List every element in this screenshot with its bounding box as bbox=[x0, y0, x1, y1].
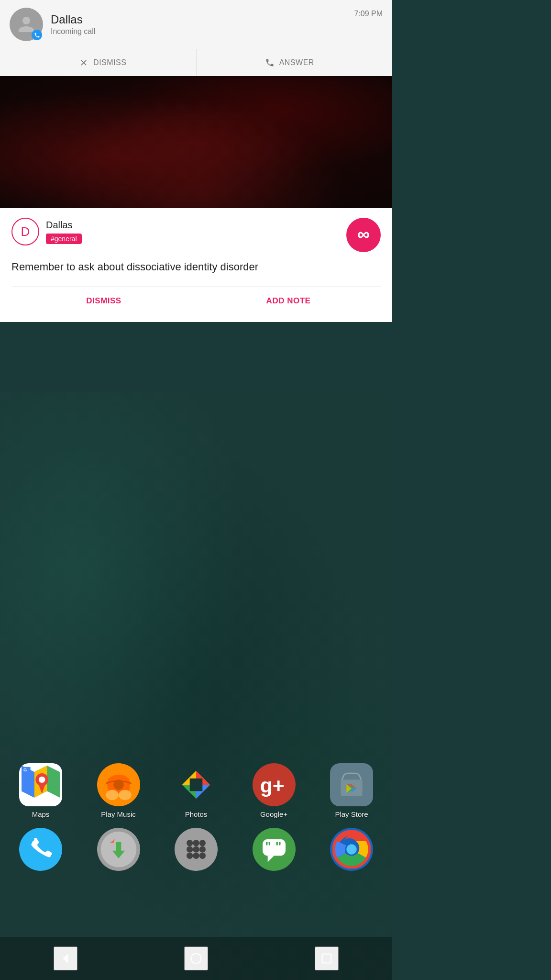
svg-text:": " bbox=[275, 839, 281, 854]
dismiss-call-button[interactable]: DISMISS bbox=[10, 49, 196, 76]
svg-point-27 bbox=[187, 846, 193, 852]
infinity-button[interactable] bbox=[346, 218, 381, 252]
maps-svg-icon: G bbox=[22, 766, 60, 804]
svg-point-29 bbox=[199, 846, 206, 852]
answer-call-label: ANSWER bbox=[279, 58, 314, 67]
infinity-icon bbox=[354, 226, 373, 244]
back-icon bbox=[59, 952, 72, 965]
svg-point-28 bbox=[193, 846, 199, 852]
phone-app[interactable] bbox=[10, 828, 72, 875]
svg-point-32 bbox=[199, 853, 206, 859]
svg-point-11 bbox=[113, 780, 123, 790]
app-row-1: G Maps Play Music bbox=[10, 763, 383, 818]
hangouts-app[interactable]: " " bbox=[243, 828, 305, 875]
play-store-app[interactable]: Play Store bbox=[320, 763, 383, 818]
play-store-svg bbox=[332, 766, 371, 804]
svg-text:": " bbox=[265, 839, 271, 854]
app-drawer-button[interactable] bbox=[165, 828, 227, 875]
svg-text:G: G bbox=[23, 768, 27, 772]
svg-rect-44 bbox=[322, 954, 331, 963]
chrome-icon bbox=[330, 828, 373, 871]
hangouts-icon: " " bbox=[253, 828, 296, 871]
play-music-label: Play Music bbox=[101, 810, 136, 818]
incoming-call-notification: Dallas Incoming call 7:09 PM DISMISS ANS… bbox=[0, 0, 392, 76]
google-plus-app[interactable]: g+ Google+ bbox=[243, 763, 305, 818]
svg-point-26 bbox=[199, 840, 206, 846]
play-music-svg bbox=[99, 766, 138, 804]
caller-name: Dallas bbox=[51, 13, 346, 26]
svg-point-41 bbox=[346, 844, 356, 854]
reminder-sender-section: D Dallas #general bbox=[11, 218, 82, 245]
call-actions: DISMISS ANSWER bbox=[10, 49, 383, 76]
svg-point-10 bbox=[119, 790, 132, 800]
phone-svg bbox=[22, 830, 60, 869]
reminder-avatar: D bbox=[11, 218, 39, 245]
play-music-app[interactable]: Play Music bbox=[88, 763, 150, 818]
photos-label: Photos bbox=[185, 810, 208, 818]
migrate-icon bbox=[97, 828, 140, 871]
phone-badge bbox=[32, 30, 42, 40]
chrome-svg bbox=[332, 830, 371, 869]
caller-info: Dallas Incoming call bbox=[51, 13, 346, 36]
app-grid: G Maps Play Music bbox=[0, 763, 392, 884]
answer-call-button[interactable]: ANSWER bbox=[196, 49, 383, 76]
play-music-icon bbox=[97, 763, 140, 806]
hangouts-svg: " " bbox=[255, 830, 293, 869]
photos-svg bbox=[177, 766, 215, 804]
home-button[interactable] bbox=[184, 947, 208, 970]
photos-app[interactable]: Photos bbox=[165, 763, 227, 818]
recents-button[interactable] bbox=[315, 947, 339, 970]
migrate-app[interactable] bbox=[88, 828, 150, 875]
reminder-sender-info: Dallas #general bbox=[46, 220, 82, 244]
maps-label: Maps bbox=[32, 810, 50, 818]
svg-point-25 bbox=[193, 840, 199, 846]
dismiss-x-icon bbox=[79, 58, 88, 67]
wallpaper-background bbox=[0, 74, 392, 208]
answer-phone-icon bbox=[265, 58, 275, 67]
dismiss-call-label: DISMISS bbox=[93, 58, 126, 67]
play-store-icon bbox=[330, 763, 373, 806]
reminder-actions: DISMISS ADD NOTE bbox=[11, 286, 381, 312]
maps-icon: G bbox=[19, 763, 62, 806]
app-drawer-svg bbox=[177, 830, 215, 869]
call-status: Incoming call bbox=[51, 27, 346, 36]
svg-point-31 bbox=[193, 853, 199, 859]
call-header: Dallas Incoming call 7:09 PM bbox=[10, 8, 383, 47]
home-icon bbox=[189, 952, 203, 965]
svg-point-43 bbox=[191, 954, 201, 964]
svg-marker-42 bbox=[63, 954, 68, 964]
app-drawer-icon bbox=[175, 828, 218, 871]
reminder-card: D Dallas #general Remember to ask about … bbox=[0, 208, 392, 322]
reminder-add-note-button[interactable]: ADD NOTE bbox=[196, 290, 381, 312]
svg-text:g+: g+ bbox=[260, 774, 284, 797]
google-plus-svg: g+ bbox=[255, 766, 293, 804]
reminder-tag: #general bbox=[46, 234, 82, 244]
reminder-text: Remember to ask about dissociative ident… bbox=[11, 260, 381, 275]
app-row-2: " " bbox=[10, 828, 383, 875]
navigation-bar bbox=[0, 937, 392, 980]
svg-point-9 bbox=[106, 790, 119, 800]
back-button[interactable] bbox=[54, 947, 77, 970]
svg-point-30 bbox=[187, 853, 193, 859]
chrome-app[interactable] bbox=[320, 828, 383, 875]
google-plus-icon: g+ bbox=[253, 763, 296, 806]
homescreen: G Maps Play Music bbox=[0, 392, 392, 980]
phone-app-icon bbox=[19, 828, 62, 871]
svg-point-24 bbox=[187, 840, 193, 846]
play-store-label: Play Store bbox=[335, 810, 368, 818]
reminder-dismiss-button[interactable]: DISMISS bbox=[11, 290, 196, 312]
migrate-svg bbox=[99, 830, 138, 869]
reminder-header: D Dallas #general bbox=[11, 218, 381, 252]
phone-badge-icon bbox=[34, 32, 40, 38]
google-plus-label: Google+ bbox=[260, 810, 287, 818]
call-time: 7:09 PM bbox=[354, 8, 383, 18]
maps-app[interactable]: G Maps bbox=[10, 763, 72, 818]
caller-avatar bbox=[10, 8, 43, 41]
photos-icon bbox=[175, 763, 218, 806]
reminder-sender-name: Dallas bbox=[46, 220, 82, 231]
svg-point-4 bbox=[39, 777, 45, 783]
recents-icon bbox=[320, 952, 333, 965]
